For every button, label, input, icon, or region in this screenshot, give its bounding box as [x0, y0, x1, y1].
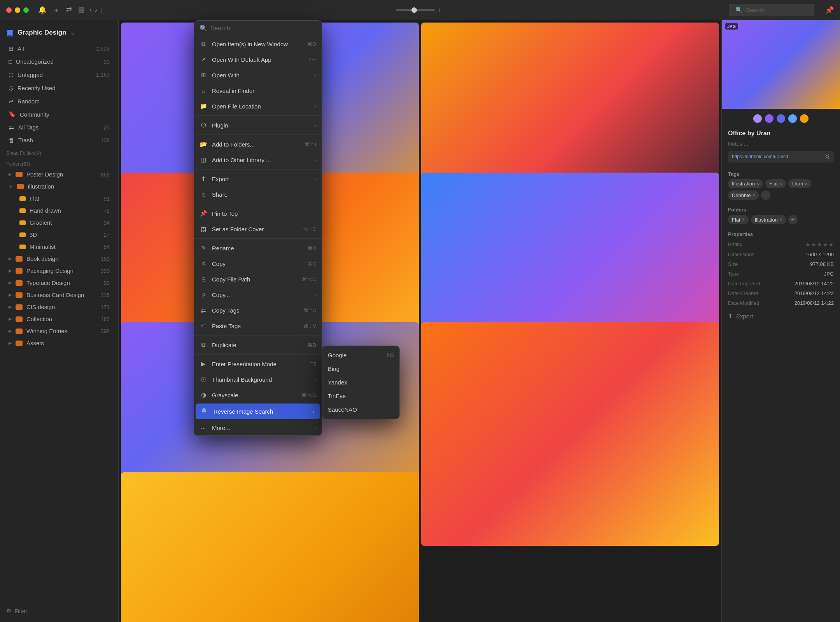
- shortcut: ⌘⇧V: [303, 323, 316, 329]
- more-icon: ···: [200, 424, 207, 432]
- menu-rename[interactable]: ✎ Rename ⌘R: [194, 240, 322, 256]
- menu-presentation-mode[interactable]: ▶ Enter Presentation Mode F5: [194, 356, 322, 372]
- context-menu-search[interactable]: 🔍: [194, 21, 322, 36]
- chevron-right-icon: ›: [314, 122, 316, 128]
- menu-label: Share: [212, 191, 228, 198]
- menu-paste-tags[interactable]: 🏷 Paste Tags ⌘⇧V: [194, 318, 322, 334]
- menu-label: Enter Presentation Mode: [212, 361, 276, 367]
- rename-icon: ✎: [200, 244, 207, 252]
- menu-divider: [194, 169, 322, 169]
- menu-grayscale[interactable]: ◑ Grayscale ⌘⌥G: [194, 387, 322, 403]
- menu-share[interactable]: ⎋ Share: [194, 187, 322, 202]
- export-icon: ⬆: [200, 175, 207, 183]
- menu-label: Copy: [212, 260, 226, 267]
- menu-set-folder-cover[interactable]: 🖼 Set as Folder Cover ⌥⇧C: [194, 221, 322, 237]
- menu-label: Reveal in Finder: [212, 87, 254, 94]
- menu-copy-file-path[interactable]: ⎘ Copy File Path ⌘⌥C: [194, 271, 322, 287]
- menu-label: Duplicate: [212, 342, 236, 348]
- context-menu-overlay[interactable]: 🔍 ⧉ Open Item(s) in New Window ⌘O ↗ Open…: [0, 0, 840, 622]
- reverse-image-submenu: Google ⇧G Bing Yandex TinEye SauceNAO: [322, 346, 400, 419]
- menu-divider: [194, 135, 322, 135]
- search-image-icon: 🔍: [201, 407, 209, 415]
- shortcut: ⌘O: [307, 41, 316, 47]
- search-icon: 🔍: [200, 24, 207, 32]
- submenu-tineye[interactable]: TinEye: [322, 389, 399, 403]
- submenu-google[interactable]: Google ⇧G: [322, 348, 399, 362]
- shortcut: ⌘⇧J: [304, 142, 317, 147]
- context-search-input[interactable]: [210, 25, 316, 32]
- menu-copy-tags[interactable]: 🏷 Copy Tags ⌘⇧C: [194, 302, 322, 318]
- google-label: Google: [328, 352, 346, 358]
- menu-label: Open File Location: [212, 103, 261, 110]
- menu-label: Add to Other Library ...: [212, 157, 271, 163]
- menu-label: Open With Default App: [212, 56, 271, 63]
- folder-add-icon: 📂: [200, 140, 207, 148]
- saucenao-label: SauceNAO: [328, 406, 357, 413]
- context-menu: 🔍 ⧉ Open Item(s) in New Window ⌘O ↗ Open…: [194, 20, 322, 436]
- menu-label: Paste Tags: [212, 323, 241, 329]
- submenu-yandex[interactable]: Yandex: [322, 376, 399, 389]
- tag-paste-icon: 🏷: [200, 322, 207, 330]
- cover-icon: 🖼: [200, 225, 207, 233]
- menu-label: Set as Folder Cover: [212, 226, 264, 232]
- library-icon: ◫: [200, 156, 207, 164]
- shortcut: ⌘R: [308, 245, 316, 251]
- copy-icon: ⎘: [200, 260, 207, 267]
- tag-copy-icon: 🏷: [200, 306, 207, 314]
- menu-open-with[interactable]: ⊞ Open With ›: [194, 67, 322, 83]
- menu-open-file-location[interactable]: 📁 Open File Location ›: [194, 98, 322, 114]
- grayscale-icon: ◑: [200, 391, 207, 399]
- bing-label: Bing: [328, 365, 340, 372]
- share-icon: ⎋: [200, 190, 207, 198]
- menu-label: More...: [212, 425, 230, 431]
- chevron-right-icon: ›: [314, 292, 316, 298]
- google-shortcut: ⇧G: [386, 352, 394, 358]
- shortcut: ⌘⌥G: [301, 392, 316, 398]
- duplicate-icon: ⧉: [200, 341, 207, 349]
- menu-label: Copy Tags: [212, 307, 240, 314]
- menu-label: Add to Folders...: [212, 141, 255, 148]
- shortcut: ⇧↩: [308, 57, 316, 63]
- copy2-icon: ⎘: [200, 291, 207, 299]
- plugin-icon: ⬡: [200, 121, 207, 129]
- folder-icon: 📁: [200, 102, 207, 110]
- menu-duplicate[interactable]: ⧉ Duplicate ⌘D: [194, 337, 322, 353]
- finder-icon: ⌂: [200, 87, 207, 94]
- menu-add-other-library[interactable]: ◫ Add to Other Library ... ›: [194, 152, 322, 168]
- menu-copy[interactable]: ⎘ Copy ⌘C: [194, 256, 322, 271]
- tineye-label: TinEye: [328, 393, 346, 399]
- menu-open-default[interactable]: ↗ Open With Default App ⇧↩: [194, 52, 322, 67]
- path-icon: ⎘: [200, 275, 207, 283]
- menu-reverse-image-search[interactable]: 🔍 Reverse Image Search › Google ⇧G Bing …: [196, 404, 320, 419]
- shortcut: ⌥⇧C: [303, 226, 316, 232]
- chevron-right-icon: ›: [314, 425, 316, 431]
- menu-divider: [194, 115, 322, 116]
- shortcut: ⌘⇧C: [303, 308, 316, 313]
- menu-label: Copy File Path: [212, 276, 250, 283]
- menu-divider: [194, 204, 322, 204]
- menu-open-new-window[interactable]: ⧉ Open Item(s) in New Window ⌘O: [194, 36, 322, 52]
- yandex-label: Yandex: [328, 379, 347, 386]
- chevron-right-icon: ›: [314, 157, 316, 163]
- menu-add-folders[interactable]: 📂 Add to Folders... ⌘⇧J: [194, 136, 322, 152]
- menu-label: Rename: [212, 245, 234, 252]
- menu-label: Reverse Image Search: [214, 408, 273, 415]
- shortcut: ⌘C: [308, 261, 316, 267]
- menu-reveal-finder[interactable]: ⌂ Reveal in Finder: [194, 83, 322, 98]
- menu-more[interactable]: ··· More... ›: [194, 420, 322, 435]
- present-icon: ▶: [200, 360, 207, 368]
- chevron-right-icon: ›: [314, 376, 316, 383]
- menu-plugin[interactable]: ⬡ Plugin ›: [194, 117, 322, 133]
- chevron-right-icon: ›: [313, 408, 315, 414]
- chevron-right-icon: ›: [314, 103, 316, 109]
- chevron-right-icon: ›: [314, 72, 316, 78]
- menu-divider: [194, 238, 322, 239]
- menu-pin-to-top[interactable]: 📌 Pin to Top: [194, 206, 322, 221]
- submenu-bing[interactable]: Bing: [322, 362, 399, 376]
- menu-thumbnail-background[interactable]: ⊡ Thumbnail Background ›: [194, 372, 322, 387]
- submenu-saucenao[interactable]: SauceNAO: [322, 403, 399, 416]
- menu-export[interactable]: ⬆ Export ›: [194, 171, 322, 187]
- thumb-icon: ⊡: [200, 376, 207, 383]
- menu-copy-sub[interactable]: ⎘ Copy... ›: [194, 287, 322, 302]
- menu-label: Copy...: [212, 292, 230, 298]
